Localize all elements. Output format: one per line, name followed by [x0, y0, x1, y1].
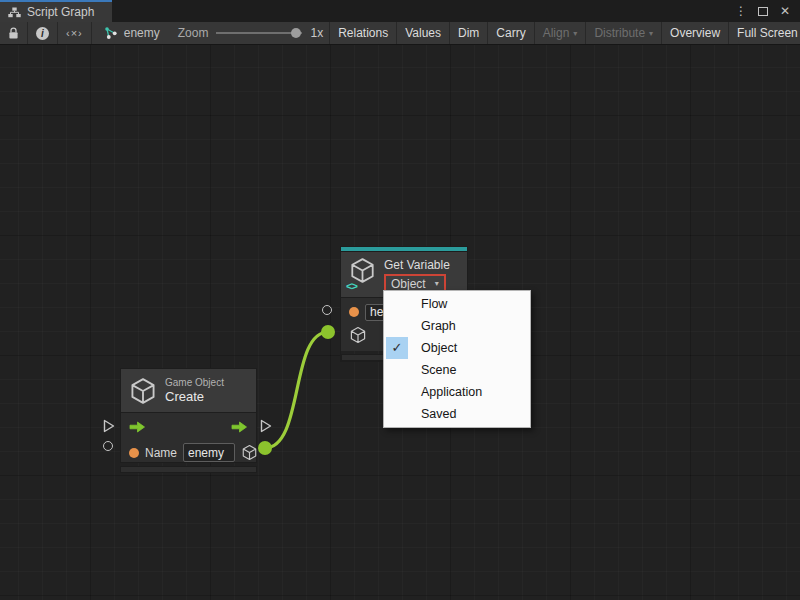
zoom-slider-knob[interactable] [291, 28, 301, 38]
variable-cube-icon: <> [349, 257, 376, 288]
graph-toolbar: i ‹×› enemy Zoom 1x Relations Values Dim… [0, 22, 800, 45]
carry-button[interactable]: Carry [487, 22, 533, 44]
create-node-header: Game Object Create [121, 369, 256, 412]
node-title: Get Variable [384, 258, 450, 272]
game-object-wire [265, 332, 328, 448]
breadcrumb-graph-name: enemy [124, 26, 160, 40]
menu-item-saved[interactable]: Saved [384, 403, 530, 425]
game-object-cube-icon [129, 377, 157, 405]
info-icon: i [36, 27, 49, 40]
menu-item-application[interactable]: Application [384, 381, 530, 403]
chevron-down-icon: ▾ [649, 29, 653, 38]
relations-button[interactable]: Relations [329, 22, 396, 44]
code-brackets-icon: ‹×› [66, 27, 83, 39]
values-button[interactable]: Values [396, 22, 449, 44]
align-button: Align ▾ [534, 22, 586, 44]
create-game-object-node[interactable]: Game Object Create Name [120, 368, 257, 473]
create-node-body: Name [121, 412, 256, 462]
overview-button[interactable]: Overview [661, 22, 728, 44]
graph-canvas[interactable]: <> Get Variable Object ▾ [0, 45, 800, 600]
window-maximize-button[interactable] [754, 2, 772, 20]
menu-item-flow[interactable]: Flow [384, 293, 530, 315]
close-icon: ✕ [780, 4, 790, 18]
tab-script-graph[interactable]: Script Graph [0, 0, 112, 22]
game-object-output-cube-icon [241, 444, 258, 461]
lock-icon [8, 27, 19, 40]
scope-value: Object [391, 277, 426, 291]
graph-tab-icon [8, 7, 21, 18]
node-footer [120, 466, 257, 473]
chevron-down-icon: ▾ [573, 29, 577, 38]
game-object-cube-icon [349, 326, 367, 344]
create-name-port[interactable] [103, 441, 113, 451]
window-close-button[interactable]: ✕ [776, 2, 794, 20]
chevron-down-icon: ▾ [435, 279, 439, 288]
get-variable-name-port[interactable] [322, 305, 332, 315]
create-output-port [258, 441, 272, 455]
edit-code-button[interactable]: ‹×› [58, 22, 92, 44]
tab-title: Script Graph [27, 5, 94, 19]
full-screen-button[interactable]: Full Screen [728, 22, 800, 44]
code-marks-icon: <> [346, 280, 357, 292]
graph-breadcrumb[interactable]: enemy [92, 22, 172, 44]
menu-item-scene[interactable]: Scene [384, 359, 530, 381]
name-param-label: Name [145, 446, 177, 460]
distribute-button: Distribute ▾ [585, 22, 661, 44]
window-controls: ⋮ ✕ [732, 0, 800, 22]
name-value-field[interactable] [183, 443, 235, 462]
info-button[interactable]: i [28, 22, 58, 44]
toolbar-buttons: Relations Values Dim Carry Align ▾ Distr… [329, 22, 800, 44]
create-flow-out-port[interactable] [259, 418, 273, 434]
kebab-menu-icon: ⋮ [735, 4, 747, 18]
zoom-label: Zoom [178, 26, 209, 40]
create-flow-in-port[interactable] [102, 418, 116, 434]
zoom-value: 1x [310, 26, 323, 40]
graph-network-icon [104, 26, 118, 40]
dim-button[interactable]: Dim [449, 22, 487, 44]
value-port-dot [349, 307, 359, 317]
window-menu-button[interactable]: ⋮ [732, 2, 750, 20]
value-port-dot [129, 448, 139, 458]
get-variable-object-port [321, 325, 335, 339]
maximize-icon [758, 7, 768, 16]
menu-item-object[interactable]: ✓ Object [384, 337, 530, 359]
node-title: Create [165, 389, 224, 405]
node-context-label: Game Object [165, 377, 224, 389]
variable-scope-menu: Flow Graph ✓ Object Scene Application Sa… [383, 290, 531, 428]
menu-item-graph[interactable]: Graph [384, 315, 530, 337]
lock-button[interactable] [0, 22, 28, 44]
flow-output-arrow-icon [231, 421, 248, 433]
zoom-control: Zoom 1x [172, 22, 329, 44]
check-icon: ✓ [386, 337, 408, 359]
flow-input-arrow-icon [129, 421, 146, 433]
zoom-slider[interactable] [216, 32, 302, 34]
title-bar: Script Graph ⋮ ✕ [0, 0, 800, 22]
